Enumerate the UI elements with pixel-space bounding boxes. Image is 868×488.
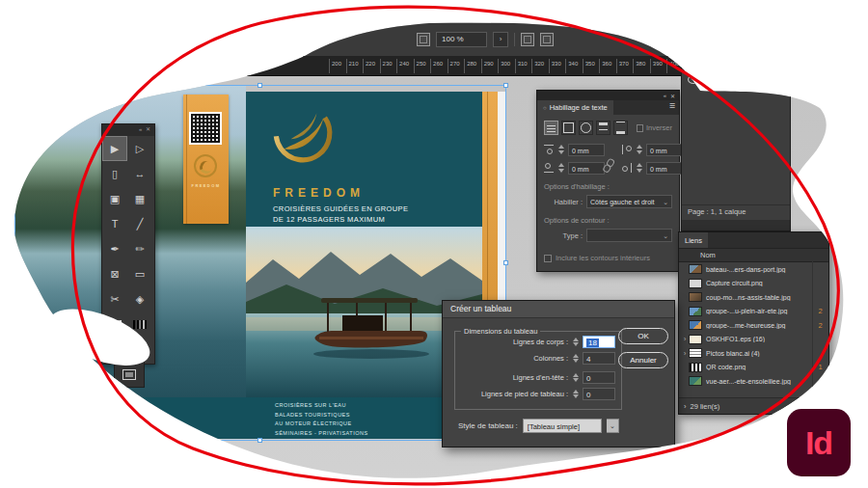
pencil-tool[interactable]: ✏: [127, 236, 152, 261]
wrap-jump-to-next-column-button[interactable]: [613, 121, 628, 135]
footer-rows-input[interactable]: 0: [583, 388, 615, 400]
content-placer-tool[interactable]: ▦: [127, 186, 152, 211]
back-cover-brand: FREEDOM: [183, 183, 229, 188]
wrap-bounding-box-button[interactable]: [561, 121, 576, 135]
body-rows-input[interactable]: 18: [583, 336, 615, 348]
table-style-dropdown[interactable]: [Tableau simple]: [523, 419, 602, 433]
columns-input[interactable]: 4: [583, 352, 615, 365]
expander-icon[interactable]: ›: [681, 335, 689, 343]
front-cover-brand: FREEDOM: [273, 186, 365, 200]
scissors-tool[interactable]: ✂: [102, 286, 127, 312]
chevron-down-icon[interactable]: ⌄: [607, 419, 619, 433]
offset-left-field[interactable]: 0 mm: [622, 143, 683, 156]
link-thumbnail: [689, 363, 702, 372]
expander-icon[interactable]: ›: [684, 402, 687, 411]
link-row[interactable]: Capture circuit.png: [679, 277, 828, 291]
header-rows-input[interactable]: 0: [583, 371, 615, 384]
direct-selection-tool[interactable]: ▷: [127, 136, 152, 161]
wrap-jump-next-column-icon: [616, 122, 625, 134]
inverse-checkbox[interactable]: [637, 124, 643, 132]
columns-stepper[interactable]: [571, 352, 580, 365]
body-rows-stepper[interactable]: [571, 336, 580, 348]
selection-handle[interactable]: [13, 260, 17, 265]
indesign-workspace: 100 % › 200 210 220 230 240 250 260 270 …: [0, 0, 868, 488]
offset-top-field[interactable]: 0 mm: [544, 143, 605, 156]
frame-tool[interactable]: ⊠: [102, 261, 127, 286]
collapse-icon[interactable]: «: [664, 93, 666, 98]
wrap-to-dropdown[interactable]: Côtés gauche et droit ⌄: [586, 195, 672, 208]
rectangle-tool[interactable]: ▭: [127, 261, 152, 286]
offset-right-field[interactable]: 0 mm: [622, 161, 683, 175]
ruler-tick: 220: [363, 59, 380, 73]
ok-button[interactable]: OK: [618, 328, 668, 344]
link-row[interactable]: QR code.png 1: [679, 361, 828, 375]
front-cover-header[interactable]: FREEDOM CROISIÈRES GUIDÉES EN GROUPE DE …: [246, 92, 482, 227]
offset-left-stepper[interactable]: [635, 143, 643, 156]
link-offsets-icon[interactable]: [601, 157, 614, 173]
link-row[interactable]: › Pictos blanc.ai (4): [679, 346, 828, 361]
wrap-jump-object-button[interactable]: [596, 121, 610, 135]
link-row[interactable]: groupe-...u-plein-air-ete.jpg 2: [679, 305, 828, 319]
eye-icon[interactable]: [688, 75, 699, 84]
wrap-object-shape-button[interactable]: [579, 121, 593, 135]
offset-bottom-stepper[interactable]: [556, 161, 565, 175]
link-row[interactable]: vue-aer...-ete-ensoleillee.jpg: [679, 374, 828, 389]
footer-rows-label: Lignes de pied de tableau :: [481, 390, 568, 398]
horizontal-ruler[interactable]: 200 210 220 230 240 250 260 270 280 290 …: [145, 56, 685, 76]
layer-row[interactable]: [682, 67, 790, 87]
type-label: Type :: [544, 231, 583, 240]
tab-links[interactable]: Liens: [679, 232, 708, 248]
ruler-tick: 210: [346, 59, 364, 73]
offset-top-stepper[interactable]: [556, 143, 565, 156]
zoom-menu-button[interactable]: ›: [493, 32, 508, 47]
header-rows-stepper[interactable]: [571, 371, 580, 384]
close-icon[interactable]: ✕: [146, 126, 151, 132]
footer-rows-stepper[interactable]: [571, 388, 580, 400]
link-row[interactable]: groupe-...me-heureuse.jpg 2: [679, 318, 828, 333]
content-collector-tool[interactable]: ▣: [102, 186, 127, 211]
screen-mode-icon[interactable]: [521, 33, 534, 46]
selection-tool[interactable]: ▶: [102, 136, 127, 161]
collapse-icon[interactable]: «: [685, 57, 689, 63]
offset-right-stepper[interactable]: [635, 161, 643, 175]
cancel-button[interactable]: Annuler: [618, 352, 668, 368]
link-row[interactable]: › OSKHFO1.eps (16): [679, 333, 828, 347]
links-tab-bar: Liens: [679, 232, 828, 248]
type-tool[interactable]: T: [102, 211, 127, 236]
tools-panel-header: « ✕: [102, 124, 154, 136]
habiller-label: Habiller :: [544, 198, 583, 206]
layers-panel-footer: [682, 220, 790, 230]
wrap-jump-object-icon: [599, 122, 608, 134]
panel-menu-icon[interactable]: ☰: [669, 100, 679, 115]
collapse-icon[interactable]: «: [139, 126, 143, 132]
view-options-icon[interactable]: [417, 33, 430, 46]
selection-handle[interactable]: [13, 438, 17, 443]
contour-type-dropdown[interactable]: ⌄: [586, 229, 672, 242]
zoom-level-field[interactable]: 100 %: [436, 32, 487, 47]
wrap-none-button[interactable]: [544, 121, 558, 135]
expander-icon[interactable]: ›: [681, 349, 689, 358]
link-row[interactable]: coup-mo...ns-assis-table.jpg: [679, 290, 828, 305]
dialog-title[interactable]: Créer un tableau: [443, 301, 674, 318]
ruler-tick: 200: [329, 59, 346, 73]
ruler-tick: 260: [430, 59, 448, 73]
gap-tool[interactable]: ↔: [127, 161, 152, 186]
link-thumbnail: [689, 376, 702, 386]
arrange-documents-icon[interactable]: [540, 33, 554, 46]
selection-handle[interactable]: [13, 83, 17, 88]
cover-footer-band[interactable]: CROISIÈRES SUR L'EAU BALADES TOURISTIQUE…: [14, 397, 498, 439]
back-cover-orange-strip[interactable]: FREEDOM: [183, 95, 229, 224]
link-row[interactable]: bateau-...ers-dans-port.jpg: [679, 262, 828, 277]
create-table-dialog: Créer un tableau Dimensions du tableau L…: [442, 300, 675, 447]
tab-text-wrap[interactable]: ○ Habillage de texte: [537, 100, 613, 115]
pen-tool[interactable]: ✒: [102, 236, 127, 261]
offset-bottom-field[interactable]: 0 mm: [544, 161, 605, 175]
line-tool[interactable]: ╱: [127, 211, 152, 236]
links-column-header[interactable]: Nom: [679, 248, 828, 262]
page-tool[interactable]: ▯: [102, 161, 127, 186]
close-icon[interactable]: ✕: [670, 93, 675, 99]
tab-dot-icon: ○: [543, 105, 547, 111]
include-inside-edges-checkbox[interactable]: [544, 255, 552, 262]
free-transform-tool[interactable]: ◈: [127, 286, 152, 312]
text-wrap-panel-header: « ✕: [537, 91, 679, 100]
